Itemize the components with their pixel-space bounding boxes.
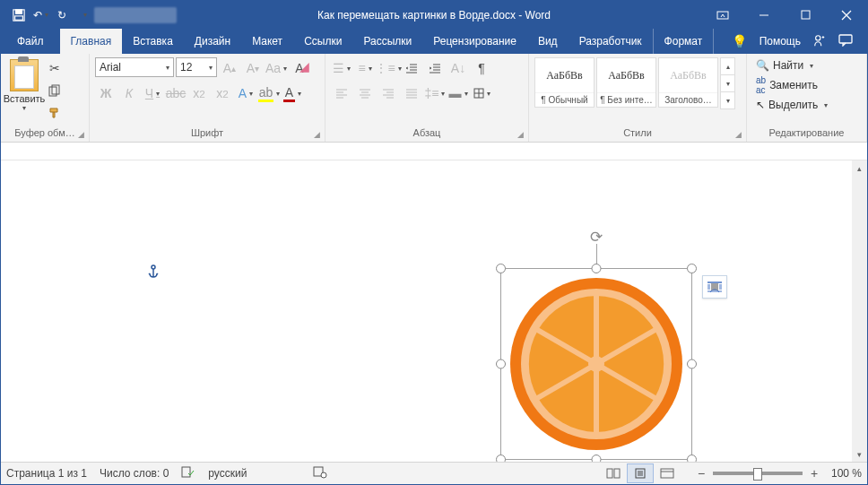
dialog-launcher-icon[interactable]: ◢ bbox=[517, 128, 524, 142]
zoom-in-icon[interactable]: + bbox=[806, 465, 822, 481]
dialog-launcher-icon[interactable]: ◢ bbox=[735, 128, 742, 142]
resize-handle[interactable] bbox=[496, 359, 506, 369]
zoom-out-icon[interactable]: − bbox=[693, 465, 709, 481]
tab-view[interactable]: Вид bbox=[527, 29, 569, 54]
styles-expand-icon[interactable]: ▾ bbox=[721, 91, 734, 108]
dialog-launcher-icon[interactable]: ◢ bbox=[78, 128, 84, 142]
tab-insert[interactable]: Вставка bbox=[122, 29, 184, 54]
font-family-combo[interactable]: Arial▾ bbox=[95, 57, 174, 77]
maximize-icon[interactable] bbox=[785, 2, 826, 29]
find-button[interactable]: 🔍 Найти ▾ bbox=[752, 56, 817, 75]
tab-design[interactable]: Дизайн bbox=[184, 29, 241, 54]
line-spacing-icon[interactable]: ‡≡▾ bbox=[424, 82, 446, 104]
styles-scroll-down-icon[interactable]: ▾ bbox=[721, 74, 734, 91]
share-icon[interactable] bbox=[813, 34, 826, 49]
italic-button[interactable]: К bbox=[118, 82, 140, 104]
status-words[interactable]: Число слов: 0 bbox=[100, 467, 169, 480]
status-language[interactable]: русский bbox=[208, 467, 247, 480]
sort-icon[interactable]: A↓ bbox=[447, 57, 469, 79]
resize-handle[interactable] bbox=[592, 264, 602, 273]
ribbon-options-icon[interactable] bbox=[702, 2, 743, 29]
decrease-font-icon[interactable]: A▾ bbox=[242, 57, 264, 79]
resize-handle[interactable] bbox=[496, 455, 506, 462]
resize-handle[interactable] bbox=[687, 359, 697, 369]
align-center-icon[interactable] bbox=[354, 82, 376, 104]
style-heading1[interactable]: АаБбВв Заголово… bbox=[658, 57, 718, 108]
clear-formatting-icon[interactable]: A◢ bbox=[289, 57, 310, 79]
change-case-icon[interactable]: Aa▾ bbox=[265, 57, 287, 79]
increase-font-icon[interactable]: A▴ bbox=[219, 57, 240, 79]
font-color-icon[interactable]: A▾ bbox=[282, 82, 303, 104]
picture-selection[interactable]: ⟳ bbox=[500, 268, 692, 460]
styles-scroll-up-icon[interactable]: ▴ bbox=[721, 58, 734, 74]
ruler[interactable] bbox=[1, 143, 867, 160]
comments-icon[interactable] bbox=[838, 34, 853, 49]
tab-file[interactable]: Файл bbox=[1, 29, 60, 54]
tab-layout[interactable]: Макет bbox=[241, 29, 293, 54]
subscript-button[interactable]: x2 bbox=[188, 82, 210, 104]
picture-orange[interactable] bbox=[507, 274, 686, 454]
justify-icon[interactable] bbox=[401, 82, 422, 104]
zoom-slider[interactable] bbox=[713, 472, 803, 475]
undo-icon[interactable]: ↶▾ bbox=[30, 4, 51, 26]
save-icon[interactable] bbox=[8, 4, 30, 26]
resize-handle[interactable] bbox=[687, 455, 697, 462]
resize-handle[interactable] bbox=[592, 455, 602, 462]
text-effects-icon[interactable]: A▾ bbox=[235, 82, 256, 104]
redo-icon[interactable]: ↻ bbox=[51, 4, 73, 26]
zoom-thumb[interactable] bbox=[753, 468, 762, 481]
web-layout-icon[interactable] bbox=[654, 463, 681, 483]
status-page[interactable]: Страница 1 из 1 bbox=[6, 467, 87, 480]
user-account[interactable] bbox=[94, 7, 177, 23]
show-hide-icon[interactable]: ¶ bbox=[471, 57, 492, 79]
strikethrough-button[interactable]: abc bbox=[165, 82, 187, 104]
shading-icon[interactable]: ▬▾ bbox=[447, 82, 469, 104]
style-nospacing[interactable]: АаБбВв ¶ Без инте… bbox=[596, 57, 656, 108]
align-right-icon[interactable] bbox=[378, 82, 399, 104]
decrease-indent-icon[interactable] bbox=[401, 57, 422, 79]
tab-developer[interactable]: Разработчик bbox=[569, 29, 653, 54]
zoom-value[interactable]: 100 % bbox=[831, 467, 862, 480]
read-mode-icon[interactable] bbox=[600, 463, 627, 483]
tab-references[interactable]: Ссылки bbox=[293, 29, 352, 54]
tab-home[interactable]: Главная bbox=[60, 29, 123, 54]
print-layout-icon[interactable] bbox=[627, 463, 654, 483]
numbering-icon[interactable]: ≡▾ bbox=[354, 57, 376, 79]
tab-mailings[interactable]: Рассылки bbox=[352, 29, 422, 54]
macro-record-icon[interactable] bbox=[313, 466, 327, 481]
document-area[interactable]: ⟳ bbox=[1, 160, 867, 462]
select-button[interactable]: ↖ Выделить ▾ bbox=[752, 95, 831, 115]
qat-customize-icon[interactable]: ▾ bbox=[73, 4, 94, 26]
paste-button[interactable]: Вставить ▾ bbox=[6, 57, 42, 112]
tab-review[interactable]: Рецензирование bbox=[422, 29, 527, 54]
scroll-down-icon[interactable]: ▾ bbox=[852, 446, 867, 462]
cut-icon[interactable]: ✂ bbox=[44, 57, 65, 79]
replace-button[interactable]: abac Заменить bbox=[752, 75, 821, 95]
style-normal[interactable]: АаБбВв ¶ Обычный bbox=[534, 57, 595, 108]
proofing-icon[interactable] bbox=[181, 466, 195, 481]
close-icon[interactable] bbox=[826, 2, 867, 29]
copy-icon[interactable] bbox=[44, 80, 65, 101]
multilevel-list-icon[interactable]: ⋮≡▾ bbox=[378, 57, 399, 79]
resize-handle[interactable] bbox=[687, 264, 697, 273]
underline-button[interactable]: Ч▾ bbox=[142, 82, 163, 104]
layout-options-button[interactable] bbox=[702, 275, 727, 299]
tell-me-label[interactable]: Помощь bbox=[760, 35, 801, 48]
borders-icon[interactable]: ▾ bbox=[471, 82, 492, 104]
bold-button[interactable]: Ж bbox=[95, 82, 117, 104]
highlight-icon[interactable]: ab▾ bbox=[258, 82, 280, 104]
resize-handle[interactable] bbox=[496, 264, 506, 273]
vertical-scrollbar[interactable]: ▴ ▾ bbox=[852, 160, 867, 462]
minimize-icon[interactable] bbox=[743, 2, 785, 29]
rotation-handle-icon[interactable]: ⟳ bbox=[590, 228, 603, 247]
align-left-icon[interactable] bbox=[331, 82, 352, 104]
scroll-up-icon[interactable]: ▴ bbox=[852, 160, 867, 176]
format-painter-icon[interactable] bbox=[44, 102, 65, 124]
bullets-icon[interactable]: ☰▾ bbox=[331, 57, 352, 79]
dialog-launcher-icon[interactable]: ◢ bbox=[314, 128, 320, 142]
svg-rect-9 bbox=[839, 35, 852, 43]
increase-indent-icon[interactable] bbox=[424, 57, 446, 79]
superscript-button[interactable]: x2 bbox=[212, 82, 233, 104]
font-size-combo[interactable]: 12▾ bbox=[176, 57, 217, 77]
tab-format[interactable]: Формат bbox=[653, 29, 715, 54]
